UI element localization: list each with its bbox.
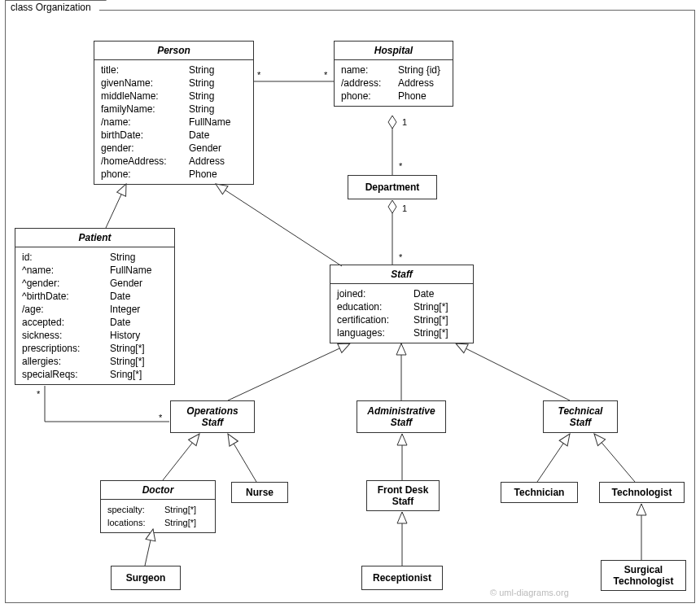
class-surgical-technologist-name: SurgicalTechnologist <box>614 564 674 587</box>
class-technical-staff-name: TechnicalStaff <box>558 405 603 428</box>
mult-person-hospital-right: * <box>324 70 327 80</box>
class-nurse-name: Nurse <box>246 487 273 498</box>
mult-person-hospital-left: * <box>257 70 260 80</box>
class-operations-staff: OperationsStaff <box>170 400 255 433</box>
class-administrative-staff: AdministrativeStaff <box>357 400 446 433</box>
mult-patient-ops-right: * <box>159 413 162 422</box>
class-frontdesk-staff: Front DeskStaff <box>366 480 440 511</box>
class-technician: Technician <box>501 482 578 503</box>
frame-title: class Organization <box>11 2 91 13</box>
class-technician-name: Technician <box>514 487 565 498</box>
class-department-name: Department <box>365 182 420 193</box>
class-hospital-attrs: name:String {id}/address:Addressphone:Ph… <box>335 60 453 106</box>
class-staff-attrs: joined:Dateeducation:String[*]certificat… <box>330 284 473 343</box>
class-technical-staff: TechnicalStaff <box>543 400 618 433</box>
class-person-attrs: title:StringgivenName:StringmiddleName:S… <box>94 60 253 184</box>
class-person: Person title:StringgivenName:Stringmiddl… <box>94 41 254 185</box>
mult-department-staff-1: 1 <box>402 203 407 213</box>
class-staff-name: Staff <box>330 265 473 284</box>
diagram-frame: class Organization Person title:Stringgi… <box>0 0 700 608</box>
class-technologist: Technologist <box>599 482 685 503</box>
class-doctor: Doctor specialty:String[*]locations:Stri… <box>100 480 216 533</box>
class-patient-attrs: id:String^name:FullName^gender:Gender^bi… <box>15 247 174 384</box>
class-surgical-technologist: SurgicalTechnologist <box>601 560 686 591</box>
class-department: Department <box>348 175 437 199</box>
mult-hospital-department-1: 1 <box>402 117 407 127</box>
class-doctor-name: Doctor <box>101 481 215 500</box>
class-person-name: Person <box>94 42 253 60</box>
mult-department-staff-star: * <box>399 252 402 262</box>
class-patient: Patient id:String^name:FullName^gender:G… <box>15 228 175 385</box>
mult-hospital-department-star: * <box>399 161 402 171</box>
class-staff: Staff joined:Dateeducation:String[*]cert… <box>330 265 474 343</box>
class-administrative-staff-name: AdministrativeStaff <box>367 405 435 428</box>
class-operations-staff-name: OperationsStaff <box>186 405 238 428</box>
class-surgeon: Surgeon <box>111 566 181 590</box>
class-technologist-name: Technologist <box>612 487 672 498</box>
class-nurse: Nurse <box>231 482 288 503</box>
class-surgeon-name: Surgeon <box>126 572 166 584</box>
class-receptionist-name: Receptionist <box>373 572 431 584</box>
watermark: © uml-diagrams.org <box>490 588 569 597</box>
class-hospital-name: Hospital <box>335 42 453 60</box>
class-doctor-attrs: specialty:String[*]locations:String[*] <box>101 500 215 532</box>
class-patient-name: Patient <box>15 229 174 247</box>
frame-title-tab: class Organization <box>5 0 107 14</box>
mult-patient-ops-left: * <box>37 389 40 399</box>
class-hospital: Hospital name:String {id}/address:Addres… <box>334 41 453 107</box>
class-frontdesk-staff-name: Front DeskStaff <box>378 484 429 507</box>
class-receptionist: Receptionist <box>361 566 443 590</box>
